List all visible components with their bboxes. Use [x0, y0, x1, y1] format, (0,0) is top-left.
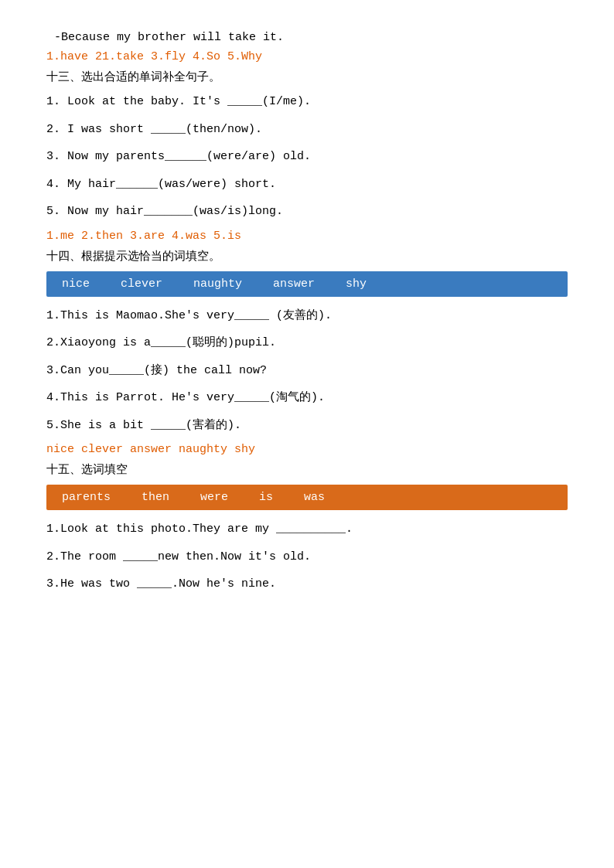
word-parents: parents	[62, 491, 111, 504]
section14-q1: 1.This is Maomao.She's very_____ (友善的).	[46, 306, 568, 326]
section14-q5: 5.She is a bit _____(害着的).	[46, 416, 568, 436]
word-naughty: naughty	[193, 277, 242, 291]
section14-title: 十四、根据提示选恰当的词填空。	[46, 249, 568, 264]
word-clever: clever	[121, 277, 162, 291]
section13-q3: 3. Now my parents______(were/are) old.	[46, 147, 568, 167]
word-nice: nice	[62, 277, 90, 291]
word-then: then	[142, 491, 169, 504]
section14-word-box: nice clever naughty answer shy	[46, 271, 568, 297]
word-is: is	[259, 491, 273, 504]
section15-q1: 1.Look at this photo.They are my _______…	[46, 519, 568, 540]
section13: 十三、选出合适的单词补全句子。 1. Look at the baby. It'…	[46, 70, 568, 243]
word-shy: shy	[346, 277, 367, 291]
section15: 十五、选词填空 parents then were is was 1.Look …	[46, 462, 568, 594]
section13-q1: 1. Look at the baby. It's _____(I/me).	[46, 92, 568, 112]
word-was: was	[304, 491, 325, 504]
intro-line: -Because my brother will take it.	[46, 31, 568, 44]
section15-q3: 3.He was two _____.Now he's nine.	[46, 574, 568, 594]
section15-title: 十五、选词填空	[46, 462, 568, 477]
section14-answers: nice clever answer naughty shy	[46, 443, 568, 456]
section14-q2: 2.Xiaoyong is a_____(聪明的)pupil.	[46, 333, 568, 353]
section13-q5: 5. Now my hair_______(was/is)long.	[46, 202, 568, 222]
section15-q2: 2.The room _____new then.Now it's old.	[46, 547, 568, 567]
section15-word-box: parents then were is was	[46, 485, 568, 510]
word-were: were	[200, 491, 228, 504]
section12-answers: 1.have 21.take 3.fly 4.So 5.Why	[46, 50, 568, 63]
section14-q4: 4.This is Parrot. He's very_____(淘气的).	[46, 388, 568, 408]
section14: 十四、根据提示选恰当的词填空。 nice clever naughty answ…	[46, 249, 568, 457]
section13-title: 十三、选出合适的单词补全句子。	[46, 70, 568, 84]
section13-answers: 1.me 2.then 3.are 4.was 5.is	[46, 230, 568, 243]
section13-q4: 4. My hair______(was/were) short.	[46, 175, 568, 195]
word-answer: answer	[273, 277, 315, 291]
section13-q2: 2. I was short _____(then/now).	[46, 120, 568, 140]
section14-q3: 3.Can you_____(接) the call now?	[46, 361, 568, 381]
